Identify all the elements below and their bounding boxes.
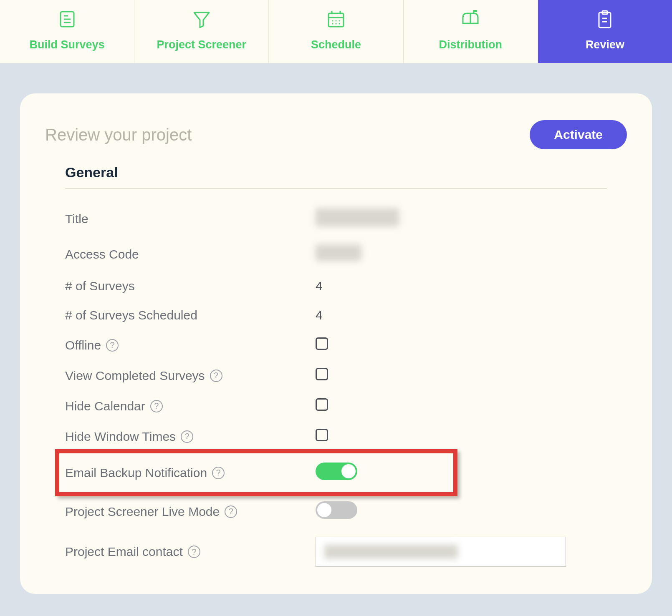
label-view-completed: View Completed Surveys <box>65 369 205 383</box>
svg-point-8 <box>332 20 333 22</box>
input-email-contact[interactable] <box>316 537 566 567</box>
tab-project-screener[interactable]: Project Screener <box>134 0 269 63</box>
row-num-surveys: # of Surveys 4 <box>65 272 607 301</box>
label-offline: Offline <box>65 338 101 352</box>
svg-point-12 <box>336 23 337 25</box>
tab-label: Project Screener <box>157 38 246 51</box>
tab-label: Schedule <box>311 38 361 51</box>
row-email-backup: Email Backup Notification ? <box>65 452 607 494</box>
checkbox-hide-calendar[interactable] <box>316 398 328 411</box>
value-num-scheduled: 4 <box>316 308 323 322</box>
svg-point-13 <box>339 23 340 25</box>
top-tabs: Build Surveys Project Screener Schedule … <box>0 0 672 63</box>
label-hide-window: Hide Window Times <box>65 430 176 444</box>
help-icon[interactable]: ? <box>212 467 225 479</box>
checkbox-hide-window[interactable] <box>316 429 328 441</box>
label-screener-live: Project Screener Live Mode <box>65 505 220 519</box>
svg-point-10 <box>339 20 340 22</box>
tab-review[interactable]: Review <box>538 0 672 63</box>
row-view-completed: View Completed Surveys ? <box>65 360 607 391</box>
tab-build-surveys[interactable]: Build Surveys <box>0 0 134 63</box>
funnel-icon <box>192 9 212 31</box>
activate-button[interactable]: Activate <box>530 120 627 149</box>
value-num-surveys: 4 <box>316 279 323 293</box>
label-title: Title <box>65 212 88 226</box>
label-email-backup: Email Backup Notification <box>65 466 207 480</box>
toggle-screener-live[interactable] <box>316 501 357 519</box>
value-email-contact-redacted <box>324 545 458 559</box>
tab-schedule[interactable]: Schedule <box>269 0 403 63</box>
row-access-code: Access Code <box>65 237 607 272</box>
tab-label: Distribution <box>439 38 502 51</box>
row-title: Title <box>65 201 607 237</box>
page-title: Review your project <box>45 126 192 144</box>
row-hide-window: Hide Window Times ? <box>65 421 607 452</box>
tab-distribution[interactable]: Distribution <box>404 0 538 63</box>
svg-rect-4 <box>328 13 344 27</box>
help-icon[interactable]: ? <box>225 505 237 518</box>
help-icon[interactable]: ? <box>181 430 193 443</box>
help-icon[interactable]: ? <box>106 339 119 352</box>
svg-point-9 <box>336 20 337 22</box>
label-num-surveys: # of Surveys <box>65 279 135 293</box>
mailbox-icon <box>460 9 480 31</box>
label-hide-calendar: Hide Calendar <box>65 399 145 413</box>
toggle-email-backup[interactable] <box>316 463 357 480</box>
tab-label: Review <box>586 38 624 51</box>
section-title-general: General <box>65 164 607 189</box>
value-title-redacted <box>316 208 399 226</box>
row-offline: Offline ? <box>65 330 607 360</box>
help-icon[interactable]: ? <box>210 370 222 382</box>
clipboard-icon <box>595 9 615 31</box>
checkbox-offline[interactable] <box>316 337 328 350</box>
value-access-code-redacted <box>316 244 361 261</box>
svg-rect-16 <box>474 10 477 12</box>
label-email-contact: Project Email contact <box>65 545 183 559</box>
row-hide-calendar: Hide Calendar ? <box>65 391 607 421</box>
label-access-code: Access Code <box>65 247 139 261</box>
row-screener-live: Project Screener Live Mode ? <box>65 494 607 529</box>
help-icon[interactable]: ? <box>150 400 163 412</box>
label-num-scheduled: # of Surveys Scheduled <box>65 308 197 322</box>
document-icon <box>57 9 77 31</box>
checkbox-view-completed[interactable] <box>316 368 328 380</box>
row-email-contact: Project Email contact ? <box>65 529 607 574</box>
review-card: Review your project Activate General Tit… <box>20 93 652 594</box>
row-num-scheduled: # of Surveys Scheduled 4 <box>65 301 607 330</box>
tab-label: Build Surveys <box>30 38 105 51</box>
help-icon[interactable]: ? <box>188 546 200 558</box>
calendar-icon <box>326 9 346 31</box>
svg-point-11 <box>332 23 333 25</box>
